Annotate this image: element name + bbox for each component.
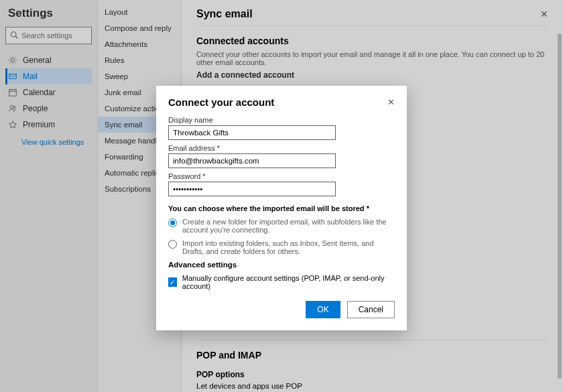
storage-option-existing-folders[interactable]: Import into existing folders, such as In… bbox=[168, 239, 395, 255]
storage-option-new-folder[interactable]: Create a new folder for imported email, … bbox=[168, 218, 395, 234]
manual-config-checkbox-row[interactable]: ✓ Manually configure account settings (P… bbox=[168, 274, 395, 290]
radio-icon bbox=[168, 218, 177, 227]
storage-hint: You can choose where the imported email … bbox=[168, 204, 395, 212]
advanced-settings-title: Advanced settings bbox=[168, 261, 395, 269]
modal-button-row: OK Cancel bbox=[168, 301, 395, 318]
checkbox-label: Manually configure account settings (POP… bbox=[182, 274, 395, 290]
radio-icon bbox=[168, 240, 177, 249]
checkbox-checked-icon: ✓ bbox=[168, 277, 177, 287]
option-label: Create a new folder for imported email, … bbox=[182, 218, 395, 234]
password-label: Password * bbox=[168, 172, 395, 180]
email-input[interactable] bbox=[168, 153, 336, 168]
modal-header: Connect your account ✕ bbox=[168, 96, 395, 108]
modal-overlay: Connect your account ✕ Display name Emai… bbox=[0, 0, 563, 392]
email-label: Email address * bbox=[168, 144, 395, 152]
ok-button[interactable]: OK bbox=[306, 301, 340, 318]
option-label: Import into existing folders, such as In… bbox=[182, 239, 395, 255]
password-input[interactable] bbox=[168, 182, 336, 196]
modal-close-icon[interactable]: ✕ bbox=[387, 97, 395, 107]
display-name-label: Display name bbox=[168, 116, 395, 124]
cancel-button[interactable]: Cancel bbox=[347, 301, 395, 318]
display-name-input[interactable] bbox=[168, 125, 336, 140]
modal-title: Connect your account bbox=[168, 96, 274, 108]
connect-account-dialog: Connect your account ✕ Display name Emai… bbox=[156, 86, 407, 330]
